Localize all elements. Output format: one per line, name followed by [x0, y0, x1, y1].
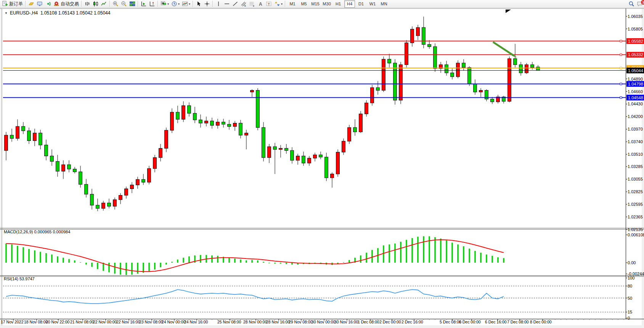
- caret-down-icon: ▾: [167, 2, 169, 6]
- svg-text:28 Nov 16:00: 28 Nov 16:00: [266, 320, 290, 324]
- svg-text:50: 50: [628, 296, 632, 301]
- candlestick-icon: [93, 1, 99, 7]
- new-chart-button[interactable]: ▾: [159, 0, 170, 8]
- svg-text:1.04798: 1.04798: [628, 82, 643, 86]
- market-watch-button[interactable]: [35, 0, 44, 8]
- timeframe-m15-button[interactable]: M15: [310, 0, 321, 8]
- macd-indicator-label: MACD(12,26,9) 0.000965 0.000984: [4, 229, 70, 234]
- svg-text:22 Nov 00:00: 22 Nov 00:00: [93, 320, 117, 324]
- svg-text:1.02365: 1.02365: [628, 215, 643, 219]
- chart-title: ▼EURUSD-,H4 1.05108 1.05143 1.05042 1.05…: [5, 10, 110, 16]
- svg-text:30 Nov 16:00: 30 Nov 16:00: [334, 320, 358, 324]
- arrows-button[interactable]: ▾: [273, 0, 284, 8]
- svg-text:28 Nov 00:00: 28 Nov 00:00: [243, 320, 267, 324]
- toolbar-separator: [212, 1, 213, 7]
- auto-scroll-button[interactable]: [140, 0, 148, 8]
- fibonacci-icon: F: [249, 1, 255, 7]
- svg-text:1.04660: 1.04660: [628, 89, 643, 94]
- caret-down-icon: ▾: [281, 2, 283, 6]
- trendline-icon: [232, 1, 238, 7]
- svg-text:1.06035: 1.06035: [628, 14, 643, 19]
- crosshair-button[interactable]: [203, 0, 211, 8]
- signals-button[interactable]: [44, 0, 52, 8]
- svg-text:1.04200: 1.04200: [628, 114, 643, 119]
- svg-text:7 Dec 08:00: 7 Dec 08:00: [507, 320, 529, 324]
- toolbar-separator: [81, 1, 82, 7]
- toolbar-separator: [193, 1, 193, 7]
- quotes-button[interactable]: [27, 0, 35, 8]
- chart-canvas[interactable]: 1.060351.058051.048901.046601.044301.042…: [0, 0, 644, 328]
- svg-text:17 Nov 2022: 17 Nov 2022: [1, 320, 24, 324]
- svg-text:1.03510: 1.03510: [628, 152, 643, 157]
- horizontal-line-button[interactable]: [223, 0, 231, 8]
- svg-text:1.05582: 1.05582: [628, 39, 643, 44]
- svg-text:20 Nov 22:00: 20 Nov 22:00: [46, 320, 70, 324]
- svg-text:A: A: [259, 2, 262, 7]
- zoom-in-button[interactable]: [111, 0, 120, 8]
- main-toolbar: 新订单自动交易▾▾▾EFAT▾M1M5M15M30H1H4D1W1MN1: [0, 0, 644, 8]
- toolbar-separator: [109, 1, 110, 7]
- svg-text:22 Nov 16:00: 22 Nov 16:00: [116, 320, 140, 324]
- chart-symbol-timeframe: EURUSD-,H4: [10, 10, 38, 16]
- auto-trading-button[interactable]: 自动交易: [52, 0, 80, 8]
- collapse-arrow-icon[interactable]: ▼: [5, 11, 8, 15]
- new-order-button[interactable]: 新订单: [1, 0, 24, 8]
- svg-text:1.05332: 1.05332: [628, 52, 643, 57]
- timeframe-m5-button[interactable]: M5: [299, 0, 309, 8]
- svg-text:1.04430: 1.04430: [628, 102, 643, 106]
- svg-text:1.05044: 1.05044: [628, 68, 643, 73]
- trendline-button[interactable]: [231, 0, 239, 8]
- svg-text:0: 0: [628, 316, 630, 320]
- cursor-button[interactable]: [194, 0, 203, 8]
- timeframe-h4-button[interactable]: H4: [344, 0, 355, 8]
- indicators-button[interactable]: ▾: [181, 0, 191, 8]
- text-button[interactable]: A: [256, 0, 265, 8]
- svg-text:2 Dec 16:00: 2 Dec 16:00: [401, 320, 423, 324]
- timeframe-h1-button[interactable]: H1: [333, 0, 344, 8]
- line-chart-mode-button[interactable]: [100, 0, 108, 8]
- svg-text:1.04548: 1.04548: [628, 95, 643, 100]
- svg-text:80: 80: [628, 284, 632, 288]
- signal-icon: [45, 1, 51, 7]
- caret-down-icon: ▾: [189, 2, 190, 6]
- timeframe-w1-button[interactable]: W1: [367, 0, 378, 8]
- svg-text:100: 100: [628, 276, 634, 280]
- svg-text:F: F: [253, 5, 255, 7]
- timeframe-m30-button[interactable]: M30: [321, 0, 332, 8]
- svg-text:1.05805: 1.05805: [628, 27, 643, 31]
- text-label-button[interactable]: T: [265, 0, 273, 8]
- svg-text:1.03055: 1.03055: [628, 177, 643, 181]
- svg-text:30 Nov 00:00: 30 Nov 00:00: [312, 320, 336, 324]
- profiles-button[interactable]: ▾: [170, 0, 181, 8]
- terminal-icon: [37, 1, 43, 7]
- bar-chart-mode-button[interactable]: [83, 0, 92, 8]
- tile-windows-button[interactable]: [128, 0, 137, 8]
- timeframe-mn-button[interactable]: MN: [379, 0, 389, 8]
- notifications-button[interactable]: 1: [636, 0, 644, 8]
- svg-text:1.03285: 1.03285: [628, 164, 643, 169]
- rsi-indicator-label: RSI(14) 53.9747: [4, 276, 35, 281]
- toolbar-separator: [25, 1, 26, 7]
- timeframe-m1-button[interactable]: M1: [287, 0, 298, 8]
- zoom-out-button[interactable]: [120, 0, 128, 8]
- notification-badge: 1: [641, 0, 644, 5]
- chart-ohlc-values: 1.05108 1.05143 1.05042 1.05044: [40, 10, 111, 16]
- svg-text:21 Nov 08:00: 21 Nov 08:00: [70, 320, 94, 324]
- toolbar-separator: [138, 1, 138, 7]
- fibonacci-button[interactable]: F: [248, 0, 256, 8]
- vertical-line-button[interactable]: [214, 0, 223, 8]
- chart-shift-button[interactable]: [148, 0, 156, 8]
- svg-text:6 Dec 00:00: 6 Dec 00:00: [459, 320, 481, 324]
- equidistant-channel-button[interactable]: E: [239, 0, 248, 8]
- timeframe-d1-button[interactable]: D1: [356, 0, 366, 8]
- candlestick-mode-button[interactable]: [92, 0, 100, 8]
- search-button[interactable]: [627, 0, 636, 8]
- svg-text:2 Dec 00:00: 2 Dec 00:00: [379, 320, 401, 324]
- mt4-window: { "window": {"notification_badge": "1"},…: [0, 0, 644, 328]
- channel-icon: E: [241, 1, 247, 7]
- svg-text:0.006108: 0.006108: [628, 233, 644, 237]
- chart-shift-icon: [149, 1, 155, 7]
- text-icon: A: [257, 1, 263, 7]
- line-chart-icon: [101, 1, 107, 7]
- autotrade-icon: [53, 1, 59, 7]
